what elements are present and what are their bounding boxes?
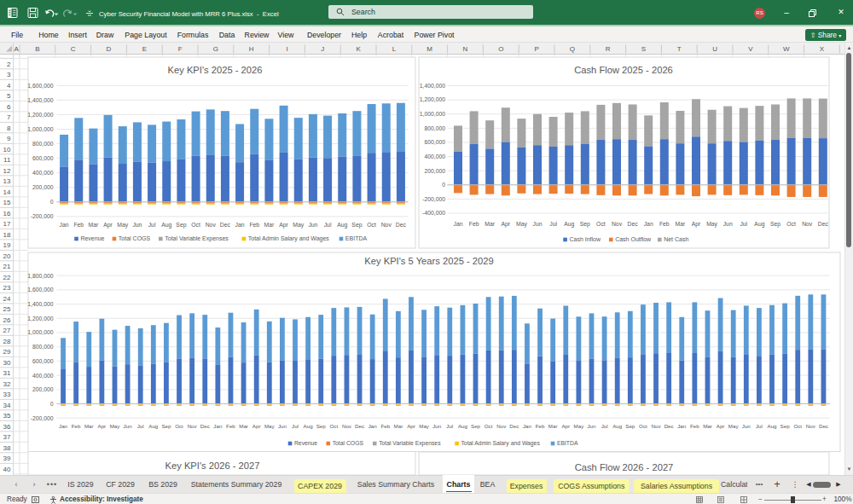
- svg-text:Jan: Jan: [213, 423, 223, 429]
- svg-text:Apr: Apr: [717, 423, 725, 429]
- svg-text:Apr: Apr: [279, 222, 288, 229]
- svg-text:May: May: [728, 423, 740, 429]
- svg-text:5: 5: [7, 92, 11, 100]
- svg-text:0: 0: [442, 182, 445, 188]
- svg-text:33: 33: [3, 391, 10, 398]
- svg-text:37: 37: [3, 433, 10, 441]
- svg-text:28: 28: [3, 338, 10, 345]
- svg-text:-200,000: -200,000: [31, 415, 54, 421]
- svg-text:36: 36: [3, 423, 10, 431]
- svg-text:Aug: Aug: [768, 423, 778, 429]
- svg-text:Oct: Oct: [596, 221, 606, 227]
- svg-text:Feb: Feb: [690, 423, 699, 429]
- svg-text:A: A: [15, 45, 20, 53]
- svg-text:Oct: Oct: [175, 423, 183, 429]
- svg-text:T: T: [677, 45, 682, 53]
- svg-text:27: 27: [3, 327, 10, 334]
- svg-text:Mar: Mar: [239, 423, 248, 429]
- svg-text:Sep: Sep: [770, 221, 780, 228]
- svg-text:800,000: 800,000: [424, 125, 445, 131]
- svg-text:Aug: Aug: [337, 222, 347, 229]
- svg-text:Oct: Oct: [639, 423, 647, 429]
- svg-text:6: 6: [7, 103, 11, 111]
- svg-text:0: 0: [50, 199, 54, 205]
- svg-text:Jan: Jan: [59, 423, 68, 429]
- svg-text:Dec: Dec: [396, 222, 407, 228]
- svg-text:Jul: Jul: [549, 221, 557, 227]
- svg-text:Sep: Sep: [176, 222, 186, 229]
- svg-text:Aug: Aug: [458, 423, 468, 429]
- svg-text:H: H: [249, 45, 254, 53]
- svg-text:Feb: Feb: [469, 221, 479, 227]
- svg-text:Nov: Nov: [652, 423, 662, 429]
- svg-text:7: 7: [7, 113, 11, 121]
- svg-text:Feb: Feb: [72, 423, 81, 429]
- svg-text:May: May: [293, 222, 304, 229]
- svg-text:Mar: Mar: [264, 222, 275, 228]
- svg-text:0: 0: [50, 401, 54, 407]
- svg-text:200,000: 200,000: [32, 184, 54, 190]
- svg-text:18: 18: [3, 231, 10, 239]
- svg-text:May: May: [110, 423, 121, 429]
- svg-text:Jul: Jul: [601, 423, 608, 429]
- svg-text:1,200,000: 1,200,000: [27, 316, 53, 322]
- svg-text:Mar: Mar: [548, 423, 558, 429]
- svg-text:Total Variable Expenses: Total Variable Expenses: [379, 440, 441, 447]
- svg-text:Jan: Jan: [454, 221, 463, 227]
- svg-text:1,600,000: 1,600,000: [27, 287, 53, 293]
- svg-text:Key KPI's 2025 - 2026: Key KPI's 2025 - 2026: [168, 65, 263, 75]
- svg-text:Sep: Sep: [471, 423, 481, 429]
- svg-text:2: 2: [7, 61, 11, 68]
- svg-text:C: C: [71, 45, 76, 53]
- svg-text:22: 22: [3, 274, 10, 281]
- svg-text:Mar: Mar: [84, 423, 94, 429]
- svg-text:EBITDA: EBITDA: [557, 440, 578, 446]
- svg-text:40: 40: [3, 466, 10, 473]
- svg-text:Jul: Jul: [756, 423, 763, 429]
- svg-text:Total COGS: Total COGS: [333, 440, 364, 446]
- svg-text:Aug: Aug: [754, 221, 764, 228]
- svg-text:Nov: Nov: [496, 423, 507, 429]
- svg-text:34: 34: [3, 402, 10, 409]
- svg-text:May: May: [574, 423, 585, 429]
- svg-text:Oct: Oct: [786, 221, 796, 227]
- svg-text:Total COGS: Total COGS: [119, 235, 151, 241]
- svg-text:Nov: Nov: [806, 423, 816, 429]
- svg-text:-200,000: -200,000: [422, 196, 445, 202]
- svg-text:Feb: Feb: [380, 423, 390, 429]
- svg-text:1,400,000: 1,400,000: [420, 83, 445, 89]
- svg-text:Mar: Mar: [485, 221, 495, 227]
- svg-text:Net Cash: Net Cash: [664, 236, 688, 242]
- svg-text:8: 8: [7, 125, 11, 132]
- svg-text:Aug: Aug: [612, 423, 623, 429]
- svg-text:Total Variable Expenses: Total Variable Expenses: [165, 235, 229, 242]
- svg-text:Revenue: Revenue: [80, 235, 104, 241]
- svg-text:I: I: [286, 45, 287, 53]
- svg-text:Revenue: Revenue: [294, 440, 317, 446]
- svg-text:29: 29: [3, 348, 10, 356]
- svg-text:Oct: Oct: [330, 423, 339, 429]
- svg-text:Jan: Jan: [644, 221, 653, 227]
- svg-text:17: 17: [3, 220, 10, 228]
- svg-text:25: 25: [3, 305, 10, 313]
- svg-text:Jul: Jul: [324, 222, 332, 228]
- svg-text:S: S: [641, 45, 646, 53]
- svg-text:400,000: 400,000: [32, 373, 54, 379]
- svg-text:Jun: Jun: [432, 423, 442, 429]
- svg-text:Jul: Jul: [740, 221, 747, 227]
- svg-text:39: 39: [3, 455, 10, 462]
- svg-text:May: May: [419, 423, 430, 429]
- svg-text:Jun: Jun: [723, 221, 733, 227]
- svg-text:Mar: Mar: [703, 423, 712, 429]
- svg-text:Nov: Nov: [381, 222, 392, 228]
- svg-text:Jun: Jun: [533, 221, 543, 227]
- svg-text:10: 10: [3, 146, 10, 154]
- svg-text:21: 21: [3, 263, 10, 270]
- svg-text:May: May: [264, 423, 276, 429]
- svg-text:Jun: Jun: [742, 423, 751, 429]
- svg-text:Jul: Jul: [148, 222, 156, 228]
- svg-text:B: B: [35, 45, 39, 53]
- svg-text:38: 38: [3, 444, 10, 452]
- svg-text:200,000: 200,000: [424, 168, 445, 174]
- svg-text:Apr: Apr: [252, 423, 261, 429]
